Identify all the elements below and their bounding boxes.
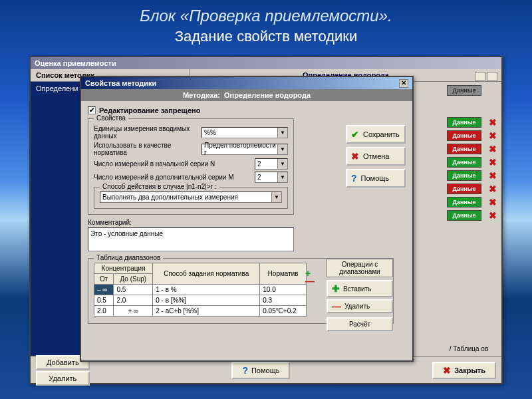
plus-icon: ✚ bbox=[332, 283, 340, 294]
close-icon: ✖ bbox=[443, 365, 451, 376]
cancel-button[interactable]: ✖Отмена bbox=[346, 147, 406, 166]
norm-select[interactable]: Предел повторяемости r bbox=[201, 144, 288, 155]
ranges-table: Концентрация Способ задания норматива Но… bbox=[94, 263, 307, 317]
help-icon: ? bbox=[242, 365, 248, 376]
help-label: Помощь bbox=[251, 366, 280, 374]
titlebar[interactable]: Оценка приемлемости bbox=[31, 57, 501, 69]
save-label: Сохранить bbox=[363, 130, 400, 138]
readonly-checkbox[interactable]: ✔ bbox=[88, 106, 96, 114]
table-note: / Таблица ов bbox=[446, 345, 492, 352]
n-select[interactable]: 2 bbox=[255, 158, 288, 170]
delete-row-icon[interactable]: ✖ bbox=[488, 170, 497, 181]
props-legend: Свойства bbox=[94, 114, 128, 122]
method-properties-dialog: Свойства методики ✕ Методика: Определени… bbox=[80, 76, 414, 362]
help-icon: ? bbox=[351, 173, 357, 184]
units-label: Единицы измерения вводимых данных bbox=[94, 125, 201, 140]
mode-legend: Способ действия в случае |n1-n2|>r : bbox=[100, 183, 219, 190]
print-icon[interactable] bbox=[487, 72, 497, 81]
close-label: Закрыть bbox=[454, 366, 485, 374]
m-select[interactable]: 2 bbox=[255, 172, 288, 183]
delete-range-button[interactable]: —Удалить bbox=[327, 299, 393, 313]
save-disk-icon[interactable] bbox=[475, 72, 485, 81]
calc-button[interactable]: Расчёт bbox=[327, 317, 393, 331]
comment-textarea[interactable]: Это - условные данные bbox=[88, 227, 294, 251]
th-norm: Норматив bbox=[260, 263, 307, 285]
units-select[interactable]: %% bbox=[201, 127, 288, 138]
norm-label: Использовать в качестве норматива bbox=[94, 142, 201, 156]
dialog-title: Свойства методики bbox=[85, 79, 156, 87]
table-row[interactable]: 0.52.00 - в [%%]0.3 bbox=[94, 295, 307, 306]
data-tag[interactable]: Данные bbox=[447, 157, 481, 168]
data-tag[interactable]: Данные bbox=[447, 117, 481, 128]
cancel-label: Отмена bbox=[363, 152, 389, 160]
window-title: Оценка приемлемости bbox=[35, 59, 116, 67]
help-button[interactable]: ?Помощь bbox=[231, 362, 290, 379]
mode-select[interactable]: Выполнять два дополнительных измерения bbox=[100, 192, 282, 203]
remove-icon[interactable]: — bbox=[305, 277, 315, 285]
delete-row-icon[interactable]: ✖ bbox=[488, 210, 497, 221]
data-tag[interactable]: Данные bbox=[447, 197, 481, 207]
table-row[interactable]: – ∞0.51 - в %10.0 bbox=[94, 285, 307, 295]
comment-label: Комментарий: bbox=[88, 219, 406, 226]
delete-label: Удалить bbox=[344, 303, 370, 310]
th-from: От bbox=[94, 274, 114, 285]
m-label: Число измерений в дополнительной серии M bbox=[94, 174, 255, 181]
th-to: До (Sup) bbox=[114, 274, 153, 285]
dialog-titlebar[interactable]: Свойства методики ✕ bbox=[81, 77, 412, 89]
delete-row-icon[interactable]: ✖ bbox=[488, 144, 497, 154]
th-conc: Концентрация bbox=[94, 263, 153, 274]
data-buttons-column: Данные Данные✖ Данные✖ Данные✖ Данные✖ Д… bbox=[447, 85, 497, 221]
slide-subtitle: Задание свойств методики bbox=[0, 28, 532, 45]
data-tag[interactable]: Данные bbox=[447, 144, 481, 154]
close-icon[interactable]: ✕ bbox=[399, 79, 408, 88]
data-tag[interactable]: Данные bbox=[447, 184, 481, 194]
check-icon: ✔ bbox=[351, 129, 359, 140]
method-header: Методика: Определение водорода bbox=[81, 89, 412, 101]
delete-button[interactable]: Удалить bbox=[36, 371, 90, 386]
save-button[interactable]: ✔Сохранить bbox=[346, 125, 406, 144]
readonly-label: Редактирование запрещено bbox=[99, 106, 200, 114]
help-button[interactable]: ?Помощь bbox=[346, 169, 406, 188]
method-list-item[interactable]: Определени bbox=[31, 82, 82, 356]
insert-label: Вставить bbox=[343, 285, 371, 293]
minus-icon: — bbox=[332, 304, 341, 309]
insert-button[interactable]: ✚Вставить bbox=[327, 280, 393, 297]
cancel-icon: ✖ bbox=[351, 151, 359, 162]
slide-title: Блок «Проверка приемлемости». bbox=[0, 0, 532, 28]
data-tag[interactable]: Данные bbox=[447, 130, 481, 141]
table-legend: Таблица диапазонов bbox=[94, 254, 163, 261]
data-tag[interactable]: Данные bbox=[447, 170, 481, 181]
help-label: Помощь bbox=[361, 174, 390, 182]
delete-row-icon[interactable]: ✖ bbox=[488, 117, 497, 128]
delete-row-icon[interactable]: ✖ bbox=[488, 197, 497, 207]
delete-row-icon[interactable]: ✖ bbox=[488, 184, 497, 194]
data-tag[interactable]: Данные bbox=[447, 85, 481, 96]
close-button[interactable]: ✖Закрыть bbox=[432, 362, 496, 379]
table-row[interactable]: 2.0+ ∞2 - aC+b [%%]0.05*C+0.2 bbox=[94, 306, 307, 317]
data-tag[interactable]: Данные bbox=[447, 210, 481, 221]
n-label: Число измерений в начальной серии N bbox=[94, 160, 255, 168]
delete-row-icon[interactable]: ✖ bbox=[488, 130, 497, 141]
ops-header: Операции с диапазонами bbox=[327, 259, 393, 277]
delete-row-icon[interactable]: ✖ bbox=[488, 157, 497, 168]
th-method: Способ задания норматива bbox=[153, 263, 260, 285]
